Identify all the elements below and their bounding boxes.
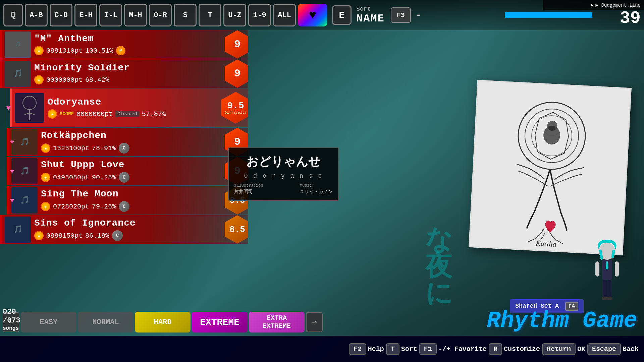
f1-key[interactable]: F1 xyxy=(419,343,437,355)
score-text: 0493080pt xyxy=(53,174,89,181)
song-item[interactable]: 🎵 Minority Soldier ★ 0000000pt 68.42% 9 xyxy=(0,59,248,88)
difficulty-tabs: ← EASY NORMAL HARD EXTREME EXTRAEXTREME … xyxy=(0,308,325,336)
percent-text: 78.91% xyxy=(92,144,116,152)
coin-icon: ★ xyxy=(41,143,50,153)
song-popup: おどりゃんせ O d o r y a n s e illustration 片井… xyxy=(228,147,339,201)
top-info-bar: ▶ ▶ Judgement Line xyxy=(543,0,644,10)
song-thumbnail: 🎵 xyxy=(11,187,38,214)
music-label: music xyxy=(300,183,333,188)
score-text: 0000000pt xyxy=(46,76,83,84)
filter-uz[interactable]: U-Z xyxy=(223,4,246,26)
fav-icon: ♥ xyxy=(10,138,14,146)
filter-eh[interactable]: E-H xyxy=(74,4,97,26)
song-item[interactable]: ♥ 🎵 Shut Uppp Love ★ 0493080pt 90.28% C … xyxy=(7,157,248,185)
thumb-art xyxy=(16,95,43,121)
svg-rect-19 xyxy=(607,280,611,298)
diff-tab-normal[interactable]: NORMAL xyxy=(78,312,133,333)
music-value: ユリイ・カノン xyxy=(300,189,333,195)
sort-combo: T Sort xyxy=(386,343,417,355)
t-key[interactable]: T xyxy=(386,343,399,355)
illustration-value: 片井閏司 xyxy=(234,189,263,195)
song-title: "M" Anthem xyxy=(34,34,242,44)
favorites-icon[interactable]: ♥ xyxy=(298,4,327,26)
song-title: Sing The Moon xyxy=(41,189,242,199)
diff-tab-easy[interactable]: EASY xyxy=(21,312,76,333)
bottom-bar: F2 Help T Sort F1 -/+ Favorite R Customi… xyxy=(0,336,644,362)
percent-text: 68.42% xyxy=(85,76,109,84)
diff-number: 9 xyxy=(234,137,240,147)
diff-right-arrow[interactable]: → xyxy=(306,312,323,332)
customize-combo: R Customize xyxy=(489,343,540,355)
filter-19[interactable]: 1-9 xyxy=(248,4,271,26)
judgement-bar-container xyxy=(505,12,592,18)
coin-icon: ★ xyxy=(34,231,44,240)
coin-icon: ★ xyxy=(41,173,50,182)
percent-text: 90.28% xyxy=(92,174,116,181)
filter-s[interactable]: S xyxy=(174,4,197,26)
escape-key[interactable]: Escape xyxy=(587,343,621,355)
r-key[interactable]: R xyxy=(489,343,502,355)
q-button[interactable]: Q xyxy=(3,4,23,26)
diff-number: 9.5 xyxy=(227,101,244,111)
song-item[interactable]: 🎵 "M" Anthem ★ 0881310pt 100.51% P 9 xyxy=(0,30,248,59)
cleared-badge: Cleared xyxy=(115,111,139,117)
diff-label: Difficulty xyxy=(224,111,247,115)
song-thumbnail: 🎵 xyxy=(5,61,31,87)
album-art-inner: Kardia xyxy=(470,81,630,254)
song-score-row: ★ 1323100pt 78.91% C xyxy=(41,143,242,154)
song-item[interactable]: ♥ 🎵 Rotkäppchen ★ 1323100pt 78.91% C 9 xyxy=(7,128,248,156)
song-info: Odoryanse ★ SCORE 0000000pt Cleared 57.8… xyxy=(44,97,246,119)
song-thumbnail: 🎵 xyxy=(5,32,31,58)
song-title: Minority Soldier xyxy=(34,63,242,73)
song-score-row: ★ 0493080pt 90.28% C xyxy=(41,172,242,183)
song-item[interactable]: 🎵 Sins of Ignorance ★ 0888150pt 86.19% C… xyxy=(0,215,248,244)
diff-tab-hard[interactable]: HARD xyxy=(135,312,191,333)
filter-il[interactable]: I-L xyxy=(99,4,122,26)
sort-label: Sort xyxy=(401,345,417,353)
svg-rect-16 xyxy=(595,261,599,277)
filter-ab[interactable]: A-B xyxy=(25,4,48,26)
song-score-row: ★ 0881310pt 100.51% P xyxy=(34,46,242,55)
song-score-row: ★ 0000000pt 68.42% xyxy=(34,75,242,84)
grade-badge: C xyxy=(112,230,123,241)
song-thumbnail: 🎵 xyxy=(11,129,38,155)
percent-text: 79.26% xyxy=(92,203,116,210)
song-score-row: ★ 0728020pt 79.26% C xyxy=(41,201,242,212)
song-item[interactable]: ♥ 🎵 Sing The Moon ★ 0728020pt 79.26% C 8… xyxy=(7,186,248,215)
score-text: 0000000pt xyxy=(76,110,113,118)
svg-rect-21 xyxy=(606,297,612,300)
player-rank-value: 39 xyxy=(620,10,641,27)
help-label: Help xyxy=(368,345,384,353)
score-text: 0888150pt xyxy=(46,232,83,240)
ok-combo: Return OK xyxy=(542,343,585,355)
filter-t[interactable]: T xyxy=(199,4,221,26)
rhythm-game-label: Rhythm Game xyxy=(487,308,637,334)
filter-cd[interactable]: C-D xyxy=(50,4,72,26)
illustration-label: illustration xyxy=(234,183,263,188)
percent-text: 100.51% xyxy=(85,47,113,55)
song-item-selected[interactable]: Odoryanse ★ SCORE 0000000pt Cleared 57.8… xyxy=(10,88,248,127)
ok-label: OK xyxy=(577,345,585,353)
sort-label: Sort xyxy=(356,6,385,12)
f2-key[interactable]: F2 xyxy=(349,343,366,355)
filter-all[interactable]: ALL xyxy=(273,4,296,26)
f3-button[interactable]: F3 xyxy=(391,7,411,23)
favorite-combo: F1 -/+ Favorite xyxy=(419,343,487,355)
diff-number: 9 xyxy=(234,68,240,79)
album-illustration: Kardia xyxy=(472,82,628,253)
triangle-icon: ▶ xyxy=(591,3,593,8)
filter-mh[interactable]: M-H xyxy=(124,4,147,26)
filter-or[interactable]: O-R xyxy=(149,4,172,26)
diff-tab-extreme[interactable]: EXTREME xyxy=(192,312,248,333)
dash-button[interactable]: - xyxy=(416,10,421,20)
song-counter: 020 /073 songs xyxy=(3,308,20,332)
return-key[interactable]: Return xyxy=(542,343,576,355)
popup-credits: illustration 片井閏司 music ユリイ・カノン xyxy=(234,183,333,195)
judgement-bar xyxy=(505,12,592,18)
diff-tab-extra-extreme[interactable]: EXTRAEXTREME xyxy=(249,312,305,333)
judgement-line-label: ▶ Judgement Line xyxy=(596,2,641,8)
e-button[interactable]: E xyxy=(332,5,352,25)
song-title: Rotkäppchen xyxy=(41,130,242,141)
character-area xyxy=(587,238,627,312)
coin-icon: ★ xyxy=(48,109,57,119)
